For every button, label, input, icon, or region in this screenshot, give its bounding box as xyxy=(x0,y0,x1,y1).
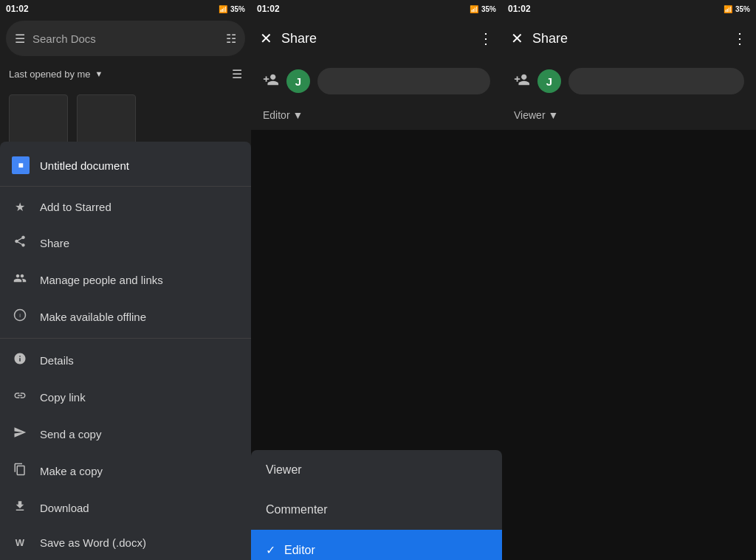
role-row-right: Viewer ▼ xyxy=(502,103,756,130)
close-button-middle[interactable]: ✕ xyxy=(260,30,272,47)
avatar-letter-right: J xyxy=(546,75,552,88)
word-icon: W xyxy=(12,537,28,548)
hamburger-icon[interactable]: ☰ xyxy=(15,32,25,46)
menu-item-make-copy[interactable]: Make a copy xyxy=(0,452,251,489)
info-icon xyxy=(12,352,28,368)
status-bar-right: 01:02 📶 35% xyxy=(502,0,756,18)
menu-label-manage-people: Manage people and links xyxy=(40,274,163,286)
battery-middle: 35% xyxy=(481,5,496,13)
share-title-middle: Share xyxy=(281,31,470,46)
menu-divider-1 xyxy=(0,186,251,187)
more-options-middle[interactable]: ⋮ xyxy=(478,30,493,47)
download-icon xyxy=(12,499,28,516)
menu-title: Untitled document xyxy=(40,159,129,172)
status-bar-middle: 01:02 📶 35% xyxy=(251,0,502,18)
role-chevron-middle: ▼ xyxy=(293,109,303,121)
viewer-label: Viewer xyxy=(266,463,302,476)
role-chevron-right: ▼ xyxy=(549,109,559,121)
role-selector-middle[interactable]: Editor ▼ xyxy=(263,109,303,121)
offline-icon: i xyxy=(12,308,28,325)
list-icon[interactable]: ☰ xyxy=(232,67,242,81)
star-icon: ★ xyxy=(12,200,28,214)
menu-label-offline: Make available offline xyxy=(40,311,146,323)
share-icon xyxy=(12,235,28,251)
wifi-icon: 📶 xyxy=(219,5,227,13)
menu-label-details: Details xyxy=(40,354,74,367)
editor-label: Editor xyxy=(284,544,315,557)
menu-item-details[interactable]: Details xyxy=(0,342,251,378)
send-icon xyxy=(12,426,28,442)
menu-item-send-copy[interactable]: Send a copy xyxy=(0,415,251,452)
panel-left: 01:02 📶 35% ☰ Search Docs ☷ Last opened … xyxy=(0,0,251,560)
menu-label-add-starred: Add to Starred xyxy=(40,201,111,213)
share-people-row-middle: J xyxy=(251,59,502,103)
menu-label-make-copy: Make a copy xyxy=(40,465,103,477)
menu-item-offline[interactable]: i Make available offline xyxy=(0,298,251,335)
time-right: 01:02 xyxy=(508,4,531,14)
status-icons-right: 📶 35% xyxy=(724,5,750,13)
filter-row: Last opened by me ▼ ☰ xyxy=(0,59,251,89)
wifi-icon-middle: 📶 xyxy=(470,5,478,13)
menu-label-send-copy: Send a copy xyxy=(40,428,101,440)
check-icon: ✓ xyxy=(266,543,275,557)
menu-item-manage-people[interactable]: Manage people and links xyxy=(0,261,251,298)
add-people-button-right[interactable] xyxy=(514,72,530,91)
status-icons-left: 📶 35% xyxy=(219,5,245,13)
avatar-right: J xyxy=(537,69,561,93)
menu-label-copy-link: Copy link xyxy=(40,391,86,404)
menu-label-download: Download xyxy=(40,502,89,514)
menu-header: ■ Untitled document xyxy=(0,148,251,183)
search-placeholder: Search Docs xyxy=(32,32,219,45)
menu-label-save-word: Save as Word (.docx) xyxy=(40,536,146,549)
copy-icon xyxy=(12,463,28,479)
role-label-right: Viewer xyxy=(514,109,546,121)
doc-icon: ■ xyxy=(12,156,30,174)
share-header-middle: ✕ Share ⋮ xyxy=(251,18,502,59)
share-people-row-right: J xyxy=(502,59,756,103)
avatar-middle: J xyxy=(286,69,310,93)
menu-divider-2 xyxy=(0,338,251,339)
commenter-label: Commenter xyxy=(266,503,328,516)
menu-item-share[interactable]: Share xyxy=(0,224,251,261)
battery-right: 35% xyxy=(735,5,750,13)
close-button-right[interactable]: ✕ xyxy=(511,30,523,47)
role-selector-right[interactable]: Viewer ▼ xyxy=(514,109,558,121)
role-dropdown: Viewer Commenter ✓ Editor xyxy=(251,450,502,560)
menu-item-download[interactable]: Download xyxy=(0,489,251,526)
share-content-right xyxy=(502,130,756,519)
time-middle: 01:02 xyxy=(257,4,280,14)
search-bar[interactable]: ☰ Search Docs ☷ xyxy=(6,21,245,56)
svg-text:i: i xyxy=(19,312,21,319)
menu-item-add-starred[interactable]: ★ Add to Starred xyxy=(0,190,251,224)
share-header-right: ✕ Share ⋮ xyxy=(502,18,756,59)
email-input-middle[interactable] xyxy=(317,68,490,94)
filter-label[interactable]: Last opened by me xyxy=(9,69,91,80)
menu-item-copy-link[interactable]: Copy link xyxy=(0,378,251,415)
context-menu: ■ Untitled document ★ Add to Starred Sha… xyxy=(0,142,251,560)
add-people-button-middle[interactable] xyxy=(263,72,279,91)
avatar-letter-middle: J xyxy=(295,75,301,88)
dropdown-item-commenter[interactable]: Commenter xyxy=(251,490,502,530)
dropdown-item-editor[interactable]: ✓ Editor xyxy=(251,530,502,560)
panel-right: 01:02 📶 35% ✕ Share ⋮ J Viewer ▼ Add a m… xyxy=(502,0,756,560)
menu-item-save-word[interactable]: W Save as Word (.docx) xyxy=(0,526,251,559)
role-label-middle: Editor xyxy=(263,109,290,121)
menu-label-share: Share xyxy=(40,237,69,249)
role-row-middle: Editor ▼ xyxy=(251,103,502,130)
more-options-right[interactable]: ⋮ xyxy=(732,30,747,47)
people-icon xyxy=(12,272,28,288)
wifi-icon-right: 📶 xyxy=(724,5,732,13)
status-bar-left: 01:02 📶 35% xyxy=(0,0,251,18)
dropdown-item-viewer[interactable]: Viewer xyxy=(251,450,502,490)
time-left: 01:02 xyxy=(6,4,29,14)
battery-left: 35% xyxy=(230,5,245,13)
email-input-right[interactable] xyxy=(568,68,744,94)
link-icon xyxy=(12,389,28,405)
status-icons-middle: 📶 35% xyxy=(470,5,496,13)
share-title-right: Share xyxy=(532,31,724,46)
grid-icon[interactable]: ☷ xyxy=(226,32,236,46)
chevron-down-icon[interactable]: ▼ xyxy=(95,69,103,78)
